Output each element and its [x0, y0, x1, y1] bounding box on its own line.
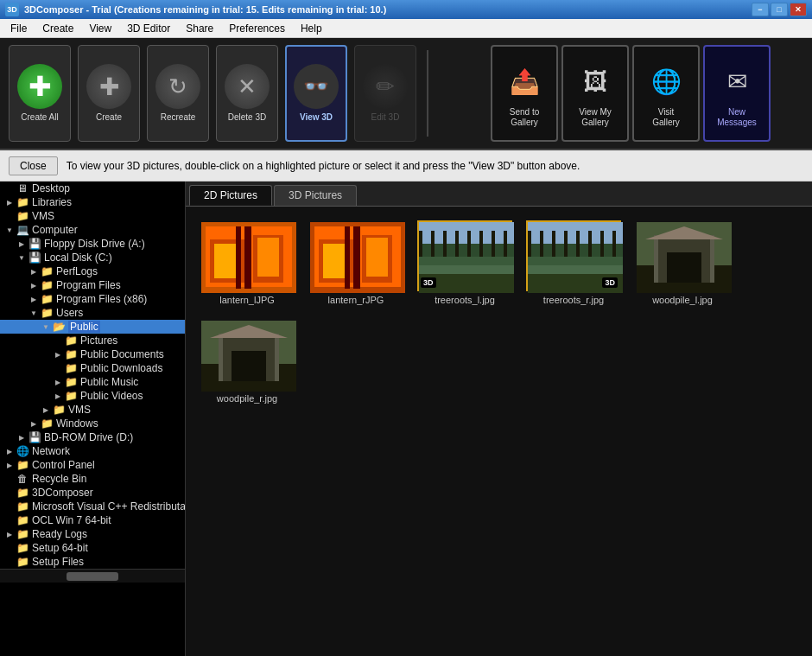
view-my-gallery-icon: 🖼: [573, 59, 618, 104]
minimize-button[interactable]: −: [752, 3, 769, 16]
expand-icon-users[interactable]: ▼: [28, 307, 40, 319]
create-button[interactable]: ✚ Create: [78, 45, 140, 142]
edit3d-button[interactable]: ✏ Edit 3D: [354, 45, 416, 142]
expand-icon-desktop[interactable]: [3, 182, 16, 194]
badge-3d-right-treeroots_r: 3D: [602, 277, 618, 288]
expand-icon-msvcredist[interactable]: [3, 500, 16, 513]
menu-item-create[interactable]: Create: [35, 21, 80, 36]
sidebar-item-network[interactable]: ▶🌐Network: [0, 444, 185, 458]
sidebar-label-setupfiles: Setup Files: [32, 556, 84, 568]
sidebar-item-floppy[interactable]: ▶💾Floppy Disk Drive (A:): [0, 237, 185, 251]
sidebar[interactable]: 🖥Desktop▶📁Libraries📁VMS▼💻Computer▶💾Flopp…: [0, 182, 186, 656]
image-item-treeroots_r[interactable]: 3Dtreeroots_r.jpg: [526, 220, 621, 305]
sidebar-item-pictures[interactable]: 📁Pictures: [0, 334, 185, 347]
sidebar-label-vms-top: VMS: [32, 210, 54, 222]
expand-icon-floppy[interactable]: ▶: [16, 238, 28, 250]
menu-item-file[interactable]: File: [3, 21, 34, 36]
sidebar-item-recyclebin[interactable]: 🗑Recycle Bin: [0, 472, 185, 486]
sidebar-item-publicdocs[interactable]: ▶📁Public Documents: [0, 347, 185, 361]
expand-icon-programfiles[interactable]: ▶: [28, 279, 40, 291]
expand-icon-pictures[interactable]: [52, 334, 64, 347]
expand-icon-network[interactable]: ▶: [3, 445, 16, 457]
image-item-lantern_l[interactable]: lantern_lJPG: [200, 220, 295, 305]
image-item-lantern_r[interactable]: lantern_rJPG: [308, 220, 403, 305]
create-all-button[interactable]: ✚ Create All: [9, 45, 71, 142]
view-my-gallery-button[interactable]: 🖼 View MyGallery: [561, 45, 629, 142]
recreate-button[interactable]: ↻ Recreate: [147, 45, 209, 142]
tab-2d[interactable]: 2D Pictures: [189, 185, 272, 206]
expand-icon-publicvideos[interactable]: ▶: [52, 390, 64, 402]
sidebar-item-localc[interactable]: ▼💾Local Disk (C:): [0, 251, 185, 264]
expand-icon-readylogs[interactable]: ▶: [3, 528, 16, 540]
create-all-icon: ✚: [17, 64, 62, 109]
sidebar-item-publicmusic[interactable]: ▶📁Public Music: [0, 375, 185, 389]
sidebar-item-perflogs[interactable]: ▶📁PerfLogs: [0, 264, 185, 278]
sidebar-item-3dcomposer[interactable]: 📁3DComposer: [0, 486, 185, 500]
expand-icon-publicdownloads[interactable]: [52, 362, 64, 374]
expand-icon-programfilesx86[interactable]: ▶: [28, 293, 40, 305]
sidebar-item-setupfiles[interactable]: 📁Setup Files: [0, 555, 185, 569]
sidebar-item-publicdownloads[interactable]: 📁Public Downloads: [0, 361, 185, 375]
expand-icon-public[interactable]: ▼: [40, 321, 52, 333]
sidebar-item-controlpanel[interactable]: ▶📁Control Panel: [0, 458, 185, 472]
expand-icon-vms-top[interactable]: [3, 210, 16, 222]
sidebar-item-setup64[interactable]: 📁Setup 64-bit: [0, 541, 185, 555]
menu-item-share[interactable]: Share: [179, 21, 220, 36]
sidebar-item-msvcredist[interactable]: 📁Microsoft Visual C++ Redistributa...: [0, 500, 185, 513]
expand-icon-3dcomposer[interactable]: [3, 487, 16, 499]
expand-icon-libraries[interactable]: ▶: [3, 196, 16, 208]
menu-item-3d-editor[interactable]: 3D Editor: [120, 21, 177, 36]
sidebar-item-readylogs[interactable]: ▶📁Ready Logs: [0, 527, 185, 541]
menu-item-preferences[interactable]: Preferences: [222, 21, 292, 36]
sidebar-item-computer[interactable]: ▼💻Computer: [0, 223, 185, 237]
main-area: 🖥Desktop▶📁Libraries📁VMS▼💻Computer▶💾Flopp…: [0, 182, 812, 656]
sidebar-item-bdrom[interactable]: ▶💾BD-ROM Drive (D:): [0, 430, 185, 444]
sidebar-item-programfilesx86[interactable]: ▶📁Program Files (x86): [0, 292, 185, 306]
image-label-treeroots_r: treeroots_r.jpg: [543, 295, 604, 305]
sidebar-item-vms-top[interactable]: 📁VMS: [0, 209, 185, 223]
new-messages-button[interactable]: ✉ NewMessages: [703, 45, 771, 142]
expand-icon-localc[interactable]: ▼: [16, 252, 28, 264]
sidebar-item-vms-users[interactable]: ▶📁VMS: [0, 403, 185, 417]
image-item-woodpile_r[interactable]: woodpile_r.jpg: [200, 319, 295, 404]
tab-3d[interactable]: 3D Pictures: [274, 185, 357, 206]
sidebar-item-users[interactable]: ▼📁Users: [0, 306, 185, 320]
send-gallery-button[interactable]: 📤 Send toGallery: [491, 45, 558, 142]
sidebar-item-oclwin7[interactable]: 📁OCL Win 7 64-bit: [0, 513, 185, 527]
expand-icon-publicdocs[interactable]: ▶: [52, 348, 64, 360]
expand-icon-computer[interactable]: ▼: [3, 224, 16, 236]
sidebar-label-publicdownloads: Public Downloads: [80, 362, 162, 374]
image-item-treeroots_l[interactable]: 3Dtreeroots_l.jpg: [417, 220, 512, 305]
folder-icon-users: 📁: [40, 307, 54, 319]
menu-item-help[interactable]: Help: [294, 21, 329, 36]
sidebar-item-windows[interactable]: ▶📁Windows: [0, 417, 185, 430]
expand-icon-perflogs[interactable]: ▶: [28, 265, 40, 277]
sidebar-hscrollbar[interactable]: [0, 569, 185, 583]
menu-item-view[interactable]: View: [82, 21, 118, 36]
sidebar-item-libraries[interactable]: ▶📁Libraries: [0, 195, 185, 209]
expand-icon-controlpanel[interactable]: ▶: [3, 459, 16, 471]
close-button[interactable]: Close: [9, 156, 58, 175]
sidebar-label-programfiles: Program Files: [56, 279, 121, 291]
visit-gallery-label: VisitGallery: [652, 107, 680, 128]
close-window-button[interactable]: ✕: [790, 3, 807, 16]
expand-icon-setup64[interactable]: [3, 542, 16, 554]
image-item-woodpile_l[interactable]: woodpile_l.jpg: [635, 220, 730, 305]
sidebar-item-public[interactable]: ▼📂Public: [0, 320, 185, 334]
view3d-button[interactable]: 👓 View 3D: [285, 45, 347, 142]
sidebar-item-publicvideos[interactable]: ▶📁Public Videos: [0, 389, 185, 403]
visit-gallery-button[interactable]: 🌐 VisitGallery: [632, 45, 700, 142]
expand-icon-setupfiles[interactable]: [3, 556, 16, 568]
folder-icon-publicmusic: 📁: [64, 376, 78, 388]
sidebar-item-programfiles[interactable]: ▶📁Program Files: [0, 278, 185, 292]
expand-icon-vms-users[interactable]: ▶: [40, 404, 52, 416]
delete3d-button[interactable]: ✕ Delete 3D: [216, 45, 278, 142]
expand-icon-recyclebin[interactable]: [3, 473, 16, 485]
sidebar-item-desktop[interactable]: 🖥Desktop: [0, 182, 185, 195]
expand-icon-windows[interactable]: ▶: [28, 417, 40, 430]
expand-icon-bdrom[interactable]: ▶: [16, 431, 28, 443]
expand-icon-oclwin7[interactable]: [3, 514, 16, 526]
expand-icon-publicmusic[interactable]: ▶: [52, 376, 64, 388]
image-canvas-lantern_l: [201, 222, 296, 293]
maximize-button[interactable]: □: [771, 3, 788, 16]
